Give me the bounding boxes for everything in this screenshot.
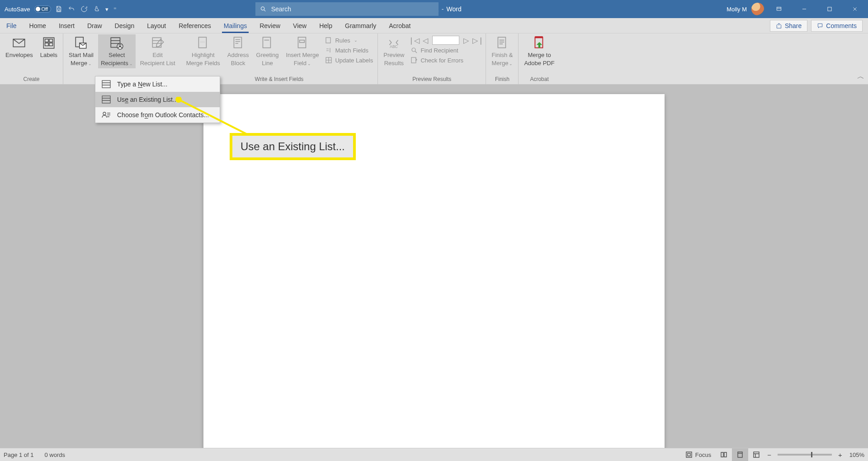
svg-rect-2 [777, 7, 781, 10]
search-input[interactable] [271, 5, 439, 13]
group-label-create: Create [3, 75, 60, 84]
new-list-icon [102, 80, 111, 88]
insert-merge-field-button[interactable]: Insert Merge Field⌄ [283, 34, 321, 68]
title-right: Molly M [726, 0, 868, 18]
labels-button[interactable]: Labels [38, 34, 60, 60]
start-mail-merge-button[interactable]: Start Mail Merge⌄ [66, 34, 96, 68]
focus-mode-button[interactable]: Focus [681, 448, 716, 461]
prev-record-icon[interactable]: ◁ [420, 36, 430, 45]
greeting-icon [259, 35, 275, 51]
word-count[interactable]: 0 words [45, 451, 66, 458]
svg-rect-9 [49, 43, 52, 46]
maximize-icon[interactable] [819, 0, 840, 18]
find-recipient-button[interactable]: Find Recipient [409, 46, 483, 55]
tab-insert[interactable]: Insert [52, 19, 81, 33]
zoom-level[interactable]: 105% [849, 451, 864, 458]
callout: Use an Existing List... [230, 133, 356, 160]
svg-point-32 [103, 112, 106, 115]
qat-customize-icon[interactable]: ⁼ [113, 4, 118, 14]
autosave-toggle[interactable]: Off [34, 5, 51, 13]
collapse-ribbon-icon[interactable]: ︿ [857, 72, 864, 81]
page-indicator[interactable]: Page 1 of 1 [4, 451, 34, 458]
autosave-label: AutoSave [5, 6, 30, 13]
svg-rect-7 [49, 39, 52, 42]
group-label-preview: Preview Results [381, 75, 483, 84]
match-icon [325, 47, 332, 54]
tab-home[interactable]: Home [23, 19, 52, 33]
zoom-in-button[interactable]: + [835, 451, 845, 459]
print-layout-button[interactable] [732, 448, 748, 461]
select-recipients-icon [109, 35, 124, 51]
user-avatar[interactable] [751, 3, 764, 15]
envelopes-button[interactable]: Envelopes [3, 34, 36, 60]
svg-text:ABC: ABC [390, 44, 398, 49]
web-layout-button[interactable] [748, 448, 764, 461]
group-preview-results: ABC Preview Results ❘◁ ◁ ▷ ▷❘ Find Recip… [378, 33, 486, 84]
svg-rect-31 [102, 96, 110, 103]
share-button[interactable]: Share [770, 20, 807, 32]
tab-help[interactable]: Help [313, 19, 339, 33]
svg-rect-19 [263, 37, 271, 48]
undo-icon[interactable] [66, 4, 76, 14]
record-number-input[interactable] [432, 36, 459, 45]
save-icon[interactable] [54, 4, 64, 14]
merge-to-pdf-button[interactable]: Merge to Adobe PDF [521, 34, 557, 68]
svg-rect-0 [57, 10, 60, 11]
close-icon[interactable] [844, 0, 865, 18]
labels-icon [41, 35, 57, 51]
update-labels-button[interactable]: Update Labels [323, 56, 375, 65]
callout-text: Use an Existing List... [230, 133, 356, 160]
tab-draw[interactable]: Draw [81, 19, 108, 33]
tab-references[interactable]: References [172, 19, 217, 33]
touch-mode-icon[interactable] [92, 4, 102, 14]
tab-file[interactable]: File [0, 19, 23, 33]
zoom-slider[interactable] [778, 454, 832, 456]
search-box[interactable] [255, 2, 439, 16]
title-bar: AutoSave Off ▾ ⁼ Document2 - Word Molly … [0, 0, 868, 18]
edit-recipient-list-button[interactable]: Edit Recipient List [137, 34, 178, 68]
svg-rect-36 [688, 453, 690, 456]
qat-dropdown-icon[interactable]: ▾ [104, 4, 110, 14]
rules-button[interactable]: Rules⌄ [323, 36, 375, 45]
mail-merge-icon [73, 35, 89, 51]
document-area[interactable] [0, 85, 868, 448]
finish-merge-button[interactable]: Finish & Merge⌄ [489, 34, 515, 68]
check-errors-button[interactable]: Check for Errors [409, 56, 483, 65]
address-block-button[interactable]: Address Block [225, 34, 252, 68]
menu-outlook-contacts[interactable]: Choose from Outlook Contacts... [95, 107, 220, 123]
first-record-icon[interactable]: ❘◁ [409, 36, 419, 45]
status-bar: Page 1 of 1 0 words Focus − + 105% [0, 448, 868, 461]
existing-list-icon [102, 95, 111, 104]
group-create: Envelopes Labels Create [0, 33, 63, 84]
tab-review[interactable]: Review [253, 19, 287, 33]
svg-rect-37 [738, 452, 742, 457]
svg-rect-29 [535, 36, 542, 38]
menu-type-new-list[interactable]: Type a New List... [95, 76, 220, 92]
tab-view[interactable]: View [287, 19, 313, 33]
preview-results-button[interactable]: ABC Preview Results [381, 34, 407, 68]
svg-rect-17 [200, 41, 205, 43]
select-recipients-button[interactable]: Select Recipients⌄ [98, 34, 136, 68]
minimize-icon[interactable] [794, 0, 815, 18]
tab-mailings[interactable]: Mailings [217, 19, 253, 33]
read-mode-button[interactable] [716, 448, 732, 461]
ribbon-display-icon[interactable] [769, 0, 789, 18]
user-name: Molly M [726, 6, 747, 13]
highlight-merge-fields-button[interactable]: Highlight Merge Fields [184, 34, 223, 68]
next-record-icon[interactable]: ▷ [461, 36, 471, 45]
greeting-line-button[interactable]: Greeting Line [254, 34, 282, 68]
redo-icon[interactable] [79, 4, 89, 14]
svg-rect-30 [102, 81, 110, 88]
comments-button[interactable]: Comments [811, 20, 863, 32]
tab-design[interactable]: Design [108, 19, 141, 33]
svg-point-25 [412, 48, 415, 52]
zoom-out-button[interactable]: − [764, 451, 774, 459]
edit-list-icon [150, 35, 165, 51]
tab-acrobat[interactable]: Acrobat [382, 19, 417, 33]
last-record-icon[interactable]: ▷❘ [473, 36, 483, 45]
svg-rect-35 [686, 452, 692, 457]
menu-use-existing-list[interactable]: Use an Existing List... [95, 92, 220, 107]
tab-grammarly[interactable]: Grammarly [339, 19, 382, 33]
tab-layout[interactable]: Layout [141, 19, 172, 33]
match-fields-button[interactable]: Match Fields [323, 46, 375, 55]
